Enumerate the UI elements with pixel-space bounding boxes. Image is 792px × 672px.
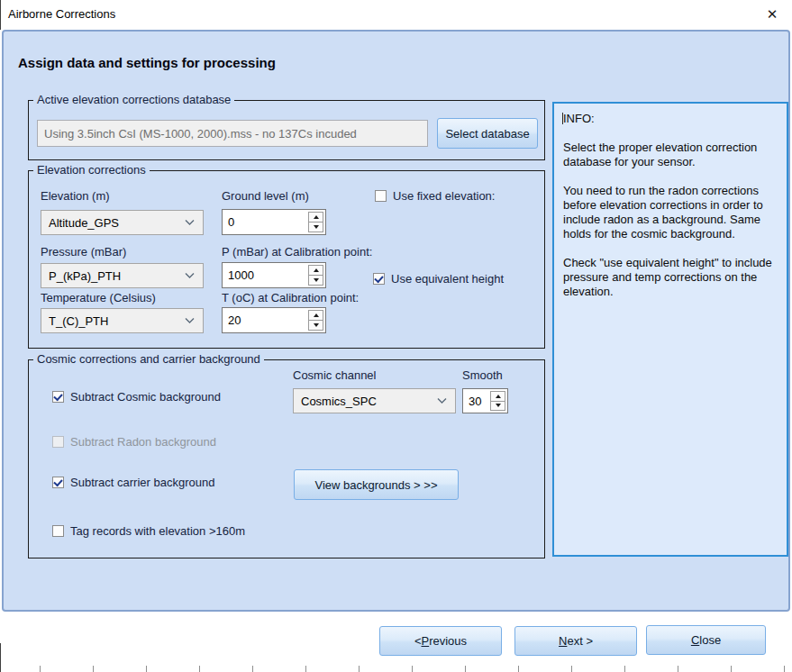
subtract-cosmic-checkbox[interactable]: Subtract Cosmic background (52, 390, 221, 404)
info-paragraph: Select the proper elevation correction d… (563, 141, 778, 169)
info-title: INFO: (563, 112, 778, 126)
cosmic-channel-select[interactable]: Cosmics_SPC (293, 388, 456, 413)
next-button[interactable]: Next > (514, 626, 637, 656)
view-backgrounds-button[interactable]: View backgrounds > >> (294, 469, 459, 500)
spin-down-icon[interactable] (309, 275, 323, 285)
spin-up-icon[interactable] (309, 311, 323, 320)
spin-down-icon[interactable] (309, 222, 323, 232)
next-button-mnemonic: N (559, 634, 567, 648)
use-fixed-elevation-label: Use fixed elevation: (393, 189, 495, 203)
spinner-buttons[interactable] (490, 391, 505, 411)
close-icon[interactable]: ✕ (753, 0, 791, 29)
group-active-database-label: Active elevation corrections database (33, 93, 234, 106)
subtract-radon-label: Subtract Radon background (70, 435, 216, 449)
title-bar: Airborne Corrections ✕ (0, 0, 792, 30)
spinner-buttons[interactable] (308, 265, 323, 286)
subtract-carrier-checkbox[interactable]: Subtract carrier background (52, 476, 214, 489)
temperature-label: Temperature (Celsius) (41, 291, 156, 304)
window-left-edge-top (0, 0, 1, 30)
smooth-value: 30 (469, 395, 481, 408)
spin-up-icon[interactable] (309, 266, 323, 275)
t-calibration-label: T (oC) at Calibration point: (222, 291, 359, 304)
elevation-select[interactable]: Altitude_GPS (41, 210, 204, 235)
group-elevation-corrections-label: Elevation corrections (33, 163, 150, 177)
group-elevation-corrections: Elevation corrections Elevation (m) Grou… (28, 170, 545, 349)
spin-up-icon[interactable] (491, 392, 505, 401)
chevron-down-icon (437, 398, 447, 404)
elevation-select-value: Altitude_GPS (49, 216, 119, 230)
database-path-field: Using 3.5inch CsI (MS-1000, 2000).mss - … (37, 120, 428, 147)
checkbox-box (52, 477, 64, 488)
screen: Airborne Corrections ✕ Assign data and s… (0, 0, 792, 672)
subtract-cosmic-label: Subtract Cosmic background (70, 390, 221, 404)
use-equivalent-height-label: Use equivalent height (391, 272, 504, 286)
previous-button-prefix: < (414, 634, 422, 648)
smooth-label: Smooth (462, 368, 503, 382)
checkmark-icon (53, 477, 62, 487)
p-calibration-stepper[interactable]: 1000 (222, 262, 326, 288)
ground-level-stepper[interactable]: 0 (222, 209, 326, 235)
t-calibration-stepper[interactable]: 20 (222, 307, 326, 333)
subtract-carrier-label: Subtract carrier background (70, 476, 214, 489)
pressure-label: Pressure (mBar) (41, 245, 126, 259)
next-button-rest: ext > (567, 634, 593, 648)
smooth-stepper[interactable]: 30 (462, 388, 508, 413)
background-axis-ticks (0, 666, 792, 672)
group-active-database: Active elevation corrections database Us… (28, 100, 545, 160)
checkbox-box (375, 190, 387, 202)
checkbox-box (373, 273, 385, 285)
close-button[interactable]: Close (646, 625, 766, 655)
chevron-down-icon (185, 318, 195, 324)
tag-records-label: Tag records with elevation >160m (70, 524, 245, 538)
group-cosmic-corrections-label: Cosmic corrections and carrier backgroun… (33, 352, 264, 366)
page-title: Assign data and settings for processing (18, 55, 276, 70)
previous-button-rest: revious (429, 634, 467, 648)
temperature-select-value: T_(C)_PTH (49, 314, 108, 328)
use-fixed-elevation-checkbox[interactable]: Use fixed elevation: (375, 189, 495, 203)
info-panel: INFO: Select the proper elevation correc… (552, 102, 788, 557)
info-paragraph: You need to run the radon corrections be… (563, 184, 778, 241)
spin-down-icon[interactable] (491, 401, 505, 411)
cosmic-channel-select-value: Cosmics_SPC (301, 395, 377, 408)
spin-down-icon[interactable] (309, 320, 323, 330)
chevron-down-icon (185, 273, 195, 279)
pressure-select-value: P_(kPa)_PTH (49, 269, 121, 283)
checkbox-box (52, 436, 64, 448)
text-caret (562, 113, 563, 124)
ground-level-value: 0 (228, 215, 234, 229)
tag-records-checkbox[interactable]: Tag records with elevation >160m (52, 524, 245, 538)
select-database-button[interactable]: Select database (437, 118, 538, 149)
close-button-rest: lose (699, 633, 721, 647)
temperature-select[interactable]: T_(C)_PTH (41, 308, 204, 333)
subtract-radon-checkbox: Subtract Radon background (52, 435, 216, 449)
group-cosmic-corrections: Cosmic corrections and carrier backgroun… (28, 359, 545, 558)
dialog-body: Assign data and settings for processing … (2, 30, 790, 612)
t-calibration-value: 20 (228, 313, 241, 327)
checkmark-icon (374, 274, 383, 284)
previous-button[interactable]: < Previous (379, 626, 502, 656)
ground-level-label: Ground level (m) (222, 189, 309, 203)
info-paragraph: Check "use equivalent height" to include… (563, 256, 778, 299)
spinner-buttons[interactable] (308, 212, 323, 232)
spin-up-icon[interactable] (309, 213, 323, 222)
previous-button-mnemonic: P (422, 634, 430, 648)
chevron-down-icon (185, 220, 195, 226)
spinner-buttons[interactable] (308, 310, 323, 331)
checkmark-icon (53, 392, 62, 402)
checkbox-box (52, 391, 64, 403)
p-calibration-value: 1000 (228, 268, 254, 282)
window-title: Airborne Corrections (8, 7, 115, 21)
p-calibration-label: P (mBar) at Calibration point: (222, 245, 372, 259)
checkbox-box (52, 525, 64, 537)
pressure-select[interactable]: P_(kPa)_PTH (41, 263, 204, 288)
cosmic-channel-label: Cosmic channel (293, 368, 377, 382)
close-button-mnemonic: C (691, 633, 699, 647)
use-equivalent-height-checkbox[interactable]: Use equivalent height (373, 272, 504, 286)
elevation-label: Elevation (m) (41, 189, 110, 203)
